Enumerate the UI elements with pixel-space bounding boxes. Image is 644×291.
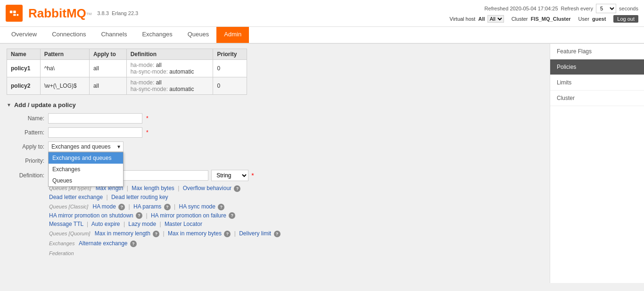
logout-button[interactable]: Log out [613,15,638,23]
policy-def-2: ha-mode: all ha-sync-mode: automatic [126,77,213,95]
col-name: Name [7,49,41,60]
def-link-delivery-limit[interactable]: Delivery limit [239,230,271,237]
def-link-dead-letter-exchange[interactable]: Dead letter exchange [49,194,103,200]
refresh-select[interactable]: 5 10 30 60 [596,4,616,13]
add-policy-section-header[interactable]: ▼ Add / update a policy [7,101,543,108]
table-row: policy2 \w+(\_LOG)$ all ha-mode: all ha-… [7,77,247,95]
def-link-lazy-mode[interactable]: Lazy mode [128,221,156,227]
sidebar: Feature Flags Policies Limits Cluster [550,44,644,283]
tab-exchanges[interactable]: Exchanges [134,27,180,43]
def-exchanges: Exchanges Alternate exchange ? [49,240,543,247]
def-link-max-in-memory-length[interactable]: Max in memory length [95,230,150,237]
apply-to-select-trigger[interactable]: Exchanges and queues ▾ [48,141,124,152]
version-info: 3.8.3 Erlang 22.3 [97,10,138,16]
apply-to-option-1[interactable]: Exchanges [49,164,123,175]
def-link-message-ttl[interactable]: Message TTL [49,221,83,227]
def-queues-all-2: Dead letter exchange | Dead letter routi… [49,194,543,200]
policy-name-2: policy2 [7,77,41,95]
tab-admin[interactable]: Admin [216,27,249,43]
sidebar-item-feature-flags[interactable]: Feature Flags [550,44,644,59]
logo-area: RabbitMQTM 3.8.3 Erlang 22.3 [6,5,138,22]
logo-text: RabbitMQTM [28,6,91,21]
name-input[interactable] [48,113,142,124]
policy-apply-1: all [89,60,126,77]
svg-rect-0 [10,11,13,14]
def-link-alternate-exchange[interactable]: Alternate exchange [79,240,127,247]
def-link-dead-letter-routing[interactable]: Dead letter routing key [111,194,168,200]
apply-to-dropdown[interactable]: Exchanges and queues ▾ Exchanges and que… [48,141,124,152]
sidebar-item-limits[interactable]: Limits [550,75,644,91]
policy-priority-2: 0 [213,77,247,95]
def-link-ha-mirror-shutdown[interactable]: HA mirror promotion on shutdown [49,212,133,219]
def-queues-classic: Queues [Classic] HA mode ? | HA params ?… [49,203,543,210]
header: RabbitMQTM 3.8.3 Erlang 22.3 Refreshed 2… [0,0,644,27]
apply-to-option-0[interactable]: Exchanges and queues [49,152,123,164]
def-link-ha-mode[interactable]: HA mode [93,203,116,210]
sidebar-item-policies[interactable]: Policies [550,59,644,75]
sidebar-item-cluster[interactable]: Cluster [550,91,644,106]
vhost-select[interactable]: All [487,15,504,23]
pattern-input[interactable] [48,127,142,138]
refreshed-text: Refreshed 2020-05-04 17:04:25 [485,6,558,11]
ha-mode-help-icon[interactable]: ? [118,204,125,210]
pattern-label: Pattern: [7,129,44,136]
def-link-max-in-memory-bytes[interactable]: Max in memory bytes [168,230,222,237]
max-in-memory-length-help-icon[interactable]: ? [153,231,159,237]
def-link-overflow-behaviour[interactable]: Overflow behaviour [183,185,231,191]
vhost-label: Virtual host All All [450,15,504,23]
refresh-label: Refresh every [561,6,593,11]
policy-name-1: policy1 [7,60,41,77]
svg-rect-2 [13,14,16,16]
def-link-max-length-bytes[interactable]: Max length bytes [132,185,174,191]
def-queues-classic-3: Message TTL | Auto expire | Lazy mode | … [49,221,543,227]
queues-classic-label: Queues [Classic] [49,204,88,209]
definition-label: Definition: [7,172,44,179]
definition-required: * [251,172,254,179]
max-in-memory-bytes-help-icon[interactable]: ? [224,231,231,237]
priority-label: Priority: [7,158,44,164]
name-label: Name: [7,115,44,122]
ha-params-help-icon[interactable]: ? [164,204,171,210]
main-content: Name Pattern Apply to Definition Priorit… [0,44,550,283]
ha-mirror-shutdown-help-icon[interactable]: ? [136,212,142,219]
svg-rect-1 [13,11,16,14]
tab-channels[interactable]: Channels [93,27,134,43]
nav-bar: Overview Connections Channels Exchanges … [0,27,644,44]
main-layout: Name Pattern Apply to Definition Priorit… [0,44,644,283]
policy-pattern-1: ^ha\ [40,60,89,77]
tab-queues[interactable]: Queues [180,27,217,43]
tab-overview[interactable]: Overview [4,27,44,43]
def-link-ha-params[interactable]: HA params [133,203,161,210]
exchanges-label: Exchanges [49,241,74,246]
table-row: policy1 ^ha\ all ha-mode: all ha-sync-mo… [7,60,247,77]
def-queues-quorum: Queues [Quorum] Max in memory length ? |… [49,230,543,237]
def-queues-classic-2: HA mirror promotion on shutdown ? | HA m… [49,212,543,219]
add-policy-title: Add / update a policy [14,101,76,108]
queues-quorum-label: Queues [Quorum] [49,231,90,236]
cluster-info: Cluster FIS_MQ_Cluster [512,16,571,22]
def-link-ha-mirror-failure[interactable]: HA mirror promotion on failure [151,212,226,219]
tab-connections[interactable]: Connections [44,27,93,43]
definition-tags: Queues [All types] Max length | Max leng… [49,185,543,257]
def-federation: Federation [49,250,543,257]
def-value-input[interactable] [114,170,208,181]
user-info: User guest [578,16,606,22]
header-right: Refreshed 2020-05-04 17:04:25 Refresh ev… [450,4,638,23]
delivery-limit-help-icon[interactable]: ? [274,231,281,237]
ha-sync-help-icon[interactable]: ? [218,204,224,210]
apply-to-option-2[interactable]: Queues [49,175,123,186]
col-priority: Priority [213,49,247,60]
name-row: Name: * [7,113,543,124]
apply-to-menu: Exchanges and queues Exchanges Queues [48,152,124,187]
ha-mirror-failure-help-icon[interactable]: ? [229,212,235,219]
def-link-master-locator[interactable]: Master Locator [165,221,202,227]
apply-to-row: Apply to: Exchanges and queues ▾ Exchang… [7,141,543,152]
def-link-ha-sync-mode[interactable]: HA sync mode [179,203,215,210]
overflow-help-icon[interactable]: ? [234,185,240,192]
alternate-exchange-help-icon[interactable]: ? [130,241,137,247]
def-link-auto-expire[interactable]: Auto expire [91,221,120,227]
type-select[interactable]: String Number Boolean List [211,170,248,181]
dropdown-arrow-icon: ▾ [117,143,120,150]
refresh-unit: seconds [619,6,638,11]
apply-to-value: Exchanges and queues [51,143,117,150]
